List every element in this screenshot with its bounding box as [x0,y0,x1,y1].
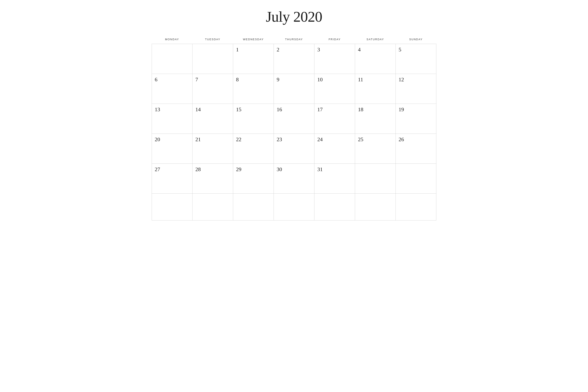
day-header-wednesday: WEDNESDAY [233,36,274,44]
calendar-day-6: 6 [152,74,192,104]
calendar-day-7: 7 [192,74,233,104]
day-number: 8 [236,76,239,82]
calendar-day-25: 25 [355,134,396,164]
empty-cell [355,194,396,220]
day-number: 4 [358,47,361,53]
day-number: 28 [195,166,201,172]
day-number: 7 [195,76,198,82]
calendar-day-24: 24 [314,134,355,164]
calendar-day-8: 8 [233,74,274,104]
day-number: 15 [236,106,241,112]
calendar-day-20: 20 [152,134,192,164]
day-number: 11 [358,76,363,82]
calendar-day-30: 30 [274,164,314,194]
calendar-day-13: 13 [152,104,192,134]
week-row-1: 12345 [152,44,436,74]
calendar-day-26: 26 [396,134,436,164]
calendar-day-16: 16 [274,104,314,134]
calendar-day-18: 18 [355,104,396,134]
calendar-day-27: 27 [152,164,192,194]
day-number: 27 [155,166,160,172]
calendar-day-3: 3 [314,44,355,74]
day-number: 2 [277,47,279,53]
day-number: 19 [399,106,404,112]
calendar-day-31: 31 [314,164,355,194]
calendar-table: MONDAYTUESDAYWEDNESDAYTHURSDAYFRIDAYSATU… [152,36,436,220]
calendar-day-1: 1 [233,44,274,74]
day-number: 6 [155,76,157,82]
week-row-2: 6789101112 [152,74,436,104]
empty-cell [192,194,233,220]
calendar-day-19: 19 [396,104,436,134]
calendar-day-9: 9 [274,74,314,104]
calendar-title: July 2020 [266,8,322,26]
day-number: 22 [236,136,241,142]
day-number: 25 [358,136,363,142]
day-number: 29 [236,166,241,172]
day-header-saturday: SATURDAY [355,36,396,44]
week-row-6 [152,194,436,220]
calendar-day-15: 15 [233,104,274,134]
day-header-sunday: SUNDAY [396,36,436,44]
empty-cell [192,44,233,74]
day-number: 13 [155,106,160,112]
calendar-day-22: 22 [233,134,274,164]
empty-cell [152,194,192,220]
day-number: 31 [317,166,323,172]
week-row-5: 2728293031 [152,164,436,194]
calendar-day-5: 5 [396,44,436,74]
day-number: 26 [399,136,404,142]
day-number: 21 [195,136,201,142]
day-number: 24 [317,136,323,142]
day-number: 17 [317,106,323,112]
header-row: MONDAYTUESDAYWEDNESDAYTHURSDAYFRIDAYSATU… [152,36,436,44]
day-number: 14 [195,106,201,112]
calendar-day-17: 17 [314,104,355,134]
day-number: 1 [236,47,239,53]
empty-cell [396,194,436,220]
day-header-thursday: THURSDAY [274,36,314,44]
day-number: 20 [155,136,160,142]
day-number: 30 [277,166,282,172]
empty-cell [314,194,355,220]
calendar-container: MONDAYTUESDAYWEDNESDAYTHURSDAYFRIDAYSATU… [152,36,436,220]
day-header-monday: MONDAY [152,36,192,44]
week-row-3: 13141516171819 [152,104,436,134]
calendar-day-4: 4 [355,44,396,74]
calendar-day-11: 11 [355,74,396,104]
empty-cell [274,194,314,220]
empty-cell [152,44,192,74]
day-number: 3 [317,47,320,53]
calendar-day-21: 21 [192,134,233,164]
calendar-day-14: 14 [192,104,233,134]
day-number: 12 [399,76,404,82]
day-header-friday: FRIDAY [314,36,355,44]
day-number: 23 [277,136,282,142]
calendar-day-12: 12 [396,74,436,104]
day-number: 16 [277,106,282,112]
calendar-day-10: 10 [314,74,355,104]
empty-cell [396,164,436,194]
calendar-day-2: 2 [274,44,314,74]
calendar-day-28: 28 [192,164,233,194]
empty-cell [233,194,274,220]
calendar-day-23: 23 [274,134,314,164]
week-row-4: 20212223242526 [152,134,436,164]
day-header-tuesday: TUESDAY [192,36,233,44]
day-number: 10 [317,76,323,82]
day-number: 18 [358,106,363,112]
empty-cell [355,164,396,194]
day-number: 9 [277,76,279,82]
day-number: 5 [399,47,401,53]
calendar-day-29: 29 [233,164,274,194]
